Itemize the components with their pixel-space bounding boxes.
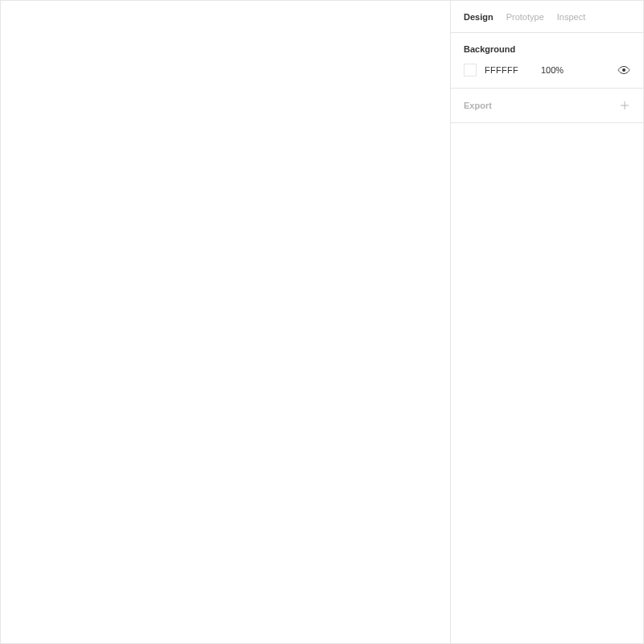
background-label: Background xyxy=(464,44,630,54)
svg-point-0 xyxy=(622,68,625,72)
export-section: Export xyxy=(451,89,643,123)
add-export-icon[interactable] xyxy=(619,100,630,111)
color-swatch[interactable] xyxy=(464,64,477,76)
canvas-area[interactable] xyxy=(1,1,450,643)
app-container: Design Prototype Inspect Background FFFF… xyxy=(0,0,644,644)
background-row: FFFFFF 100% xyxy=(464,64,630,76)
tab-prototype[interactable]: Prototype xyxy=(506,12,544,22)
hex-input[interactable]: FFFFFF xyxy=(485,65,533,75)
properties-panel: Design Prototype Inspect Background FFFF… xyxy=(450,1,643,643)
tab-design[interactable]: Design xyxy=(464,12,493,22)
opacity-input[interactable]: 100% xyxy=(541,65,581,75)
export-label: Export xyxy=(464,101,492,110)
panel-tabs: Design Prototype Inspect xyxy=(451,1,643,33)
tab-inspect[interactable]: Inspect xyxy=(557,12,585,22)
background-section: Background FFFFFF 100% xyxy=(451,33,643,89)
visibility-toggle-icon[interactable] xyxy=(617,64,630,76)
